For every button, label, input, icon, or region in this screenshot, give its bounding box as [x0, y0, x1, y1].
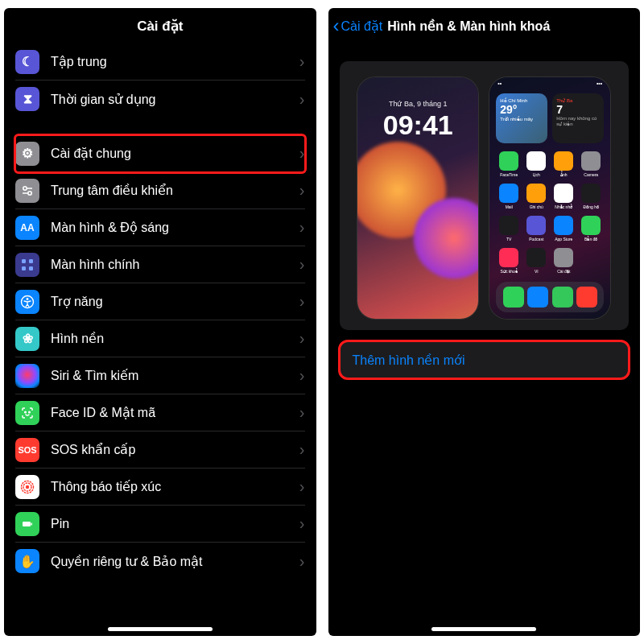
grid-icon: [15, 253, 39, 277]
chevron-left-icon: ‹: [333, 16, 340, 35]
chevron-right-icon: ›: [299, 514, 305, 533]
row-label: Màn hình & Độ sáng: [51, 220, 299, 235]
dock-icon: [576, 287, 597, 308]
siri-icon: [15, 364, 39, 388]
calendar-widget: Thứ Ba 7 Hôm nay không có sự kiện: [552, 93, 604, 143]
chevron-right-icon: ›: [299, 552, 305, 571]
chevron-right-icon: ›: [299, 218, 305, 237]
svg-rect-15: [23, 522, 31, 526]
dock: [496, 282, 604, 312]
home-indicator[interactable]: [108, 627, 213, 631]
row-label: Pin: [51, 517, 299, 531]
hand-icon: ✋: [15, 549, 39, 573]
row-label: SOS khẩn cấp: [51, 442, 299, 457]
chevron-right-icon: ›: [299, 52, 305, 71]
dock-icon: [552, 287, 573, 308]
row-focus[interactable]: ☾ Tập trung ›: [15, 43, 305, 80]
row-label: Thông báo tiếp xúc: [51, 479, 299, 494]
app-grid: FaceTime Lịch Ảnh Camera Mail Ghi chú Nh…: [497, 151, 602, 274]
exposure-icon: [15, 475, 39, 499]
chevron-right-icon: ›: [299, 90, 305, 109]
svg-point-2: [28, 191, 31, 194]
svg-rect-6: [22, 266, 26, 270]
lock-time: 09:41: [357, 109, 478, 141]
svg-point-12: [26, 485, 29, 488]
chevron-right-icon: ›: [299, 144, 305, 163]
row-label: Màn hình chính: [51, 258, 299, 272]
row-exposure[interactable]: Thông báo tiếp xúc ›: [15, 469, 305, 506]
settings-list: ☾ Tập trung › ⧗ Thời gian sử dụng › ⚙ Cà…: [4, 43, 316, 580]
page-title: Cài đặt: [4, 8, 316, 43]
svg-point-10: [25, 411, 27, 413]
page-title: Hình nền & Màn hình khoá: [382, 19, 635, 34]
text-size-icon: AA: [15, 216, 39, 240]
row-label: Thời gian sử dụng: [51, 92, 299, 107]
row-privacy[interactable]: ✋ Quyền riêng tư & Bảo mật ›: [15, 543, 305, 580]
row-siri[interactable]: Siri & Tìm kiếm ›: [15, 357, 305, 394]
wallpaper-screen: ‹ Cài đặt Hình nền & Màn hình khoá Thứ B…: [328, 8, 641, 636]
accessibility-icon: [15, 290, 39, 314]
faceid-icon: [15, 401, 39, 425]
row-screen-time[interactable]: ⧗ Thời gian sử dụng ›: [15, 80, 305, 118]
row-sos[interactable]: SOS SOS khẩn cấp ›: [15, 431, 305, 469]
row-battery[interactable]: Pin ›: [15, 506, 305, 543]
row-label: Tập trung: [51, 54, 299, 69]
svg-point-9: [27, 298, 29, 300]
home-screen-preview[interactable]: ••••• Hồ Chí Minh 29° Trời nhiều mây Thứ…: [489, 77, 610, 319]
chevron-right-icon: ›: [299, 366, 305, 385]
hourglass-icon: ⧗: [15, 87, 39, 111]
settings-screen: Cài đặt ☾ Tập trung › ⧗ Thời gian sử dụn…: [4, 8, 316, 636]
row-label: Cài đặt chung: [51, 146, 299, 161]
weather-widget: Hồ Chí Minh 29° Trời nhiều mây: [496, 93, 547, 143]
home-indicator[interactable]: [431, 627, 536, 631]
moon-icon: ☾: [15, 50, 39, 74]
mini-status-bar: •••••: [489, 80, 610, 86]
row-wallpaper[interactable]: ❀ Hình nền ›: [15, 320, 305, 357]
nav-bar: ‹ Cài đặt Hình nền & Màn hình khoá: [328, 8, 641, 43]
chevron-right-icon: ›: [299, 181, 305, 200]
row-general[interactable]: ⚙ Cài đặt chung ›: [15, 135, 305, 172]
row-label: Siri & Tìm kiếm: [51, 368, 299, 383]
svg-point-11: [29, 411, 31, 413]
flower-icon: ❀: [15, 327, 39, 351]
row-label: Face ID & Mật mã: [51, 405, 299, 420]
row-accessibility[interactable]: Trợ năng ›: [15, 283, 305, 320]
row-display[interactable]: AA Màn hình & Độ sáng ›: [15, 209, 305, 246]
row-home-screen[interactable]: Màn hình chính ›: [15, 246, 305, 283]
widget-row: Hồ Chí Minh 29° Trời nhiều mây Thứ Ba 7 …: [496, 93, 604, 143]
dock-icon: [527, 287, 548, 308]
svg-rect-5: [29, 259, 33, 263]
svg-rect-7: [29, 266, 33, 270]
svg-point-0: [23, 186, 27, 189]
dock-icon: [503, 287, 524, 308]
chevron-right-icon: ›: [299, 403, 305, 422]
wallpaper-preview: Thứ Ba, 9 tháng 1 09:41 ••••• Hồ Chí Min…: [340, 61, 630, 330]
settings-group-1: ☾ Tập trung › ⧗ Thời gian sử dụng ›: [15, 43, 305, 118]
row-control-center[interactable]: Trung tâm điều khiển ›: [15, 172, 305, 209]
lock-date: Thứ Ba, 9 tháng 1: [357, 100, 478, 108]
add-wallpaper-button[interactable]: Thêm hình nền mới: [340, 341, 630, 378]
row-label: Quyền riêng tư & Bảo mật: [51, 554, 299, 569]
gear-icon: ⚙: [15, 142, 39, 166]
back-label: Cài đặt: [341, 19, 383, 34]
back-button[interactable]: ‹ Cài đặt: [333, 16, 383, 35]
row-faceid[interactable]: Face ID & Mật mã ›: [15, 394, 305, 431]
chevron-right-icon: ›: [299, 440, 305, 459]
svg-rect-16: [31, 522, 33, 525]
lock-screen-preview[interactable]: Thứ Ba, 9 tháng 1 09:41: [357, 77, 478, 319]
chevron-right-icon: ›: [299, 477, 305, 496]
row-label: Trung tâm điều khiển: [51, 183, 299, 198]
svg-rect-4: [22, 259, 26, 263]
toggles-icon: [15, 179, 39, 203]
battery-icon: [15, 512, 39, 536]
chevron-right-icon: ›: [299, 292, 305, 311]
settings-group-2: ⚙ Cài đặt chung › Trung tâm điều khiển ›…: [15, 135, 305, 580]
row-label: Hình nền: [51, 331, 299, 346]
row-label: Trợ năng: [51, 294, 299, 309]
add-wallpaper-label: Thêm hình nền mới: [353, 353, 465, 368]
chevron-right-icon: ›: [299, 329, 305, 348]
sos-icon: SOS: [15, 438, 39, 462]
chevron-right-icon: ›: [299, 255, 305, 274]
